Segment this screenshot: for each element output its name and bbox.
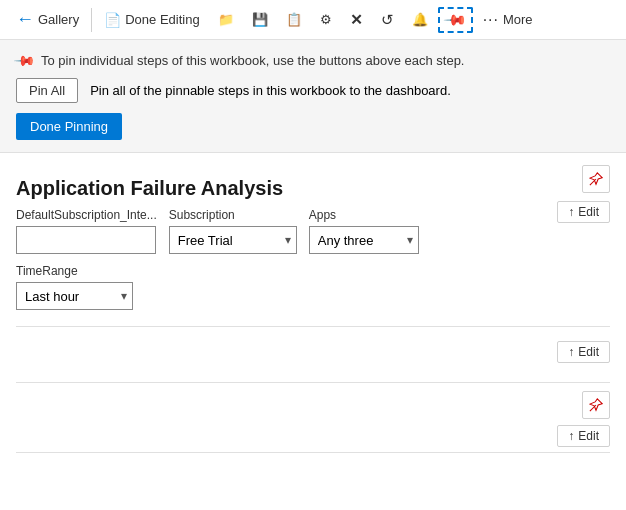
done-pinning-button[interactable]: Done Pinning <box>16 113 122 140</box>
subscription-select-wrapper: Free Trial Pay-As-You-Go Enterprise <box>169 226 297 254</box>
section-2-edit-button[interactable]: ↑ Edit <box>557 341 610 363</box>
banner-instruction-text: To pin individual steps of this workbook… <box>41 53 464 68</box>
main-content: ↑ Edit Application Failure Analysis Defa… <box>0 153 626 453</box>
default-subscription-input[interactable] <box>16 226 156 254</box>
pin-icon <box>589 172 603 186</box>
subscription-select[interactable]: Free Trial Pay-As-You-Go Enterprise <box>169 226 297 254</box>
settings-button[interactable]: ⚙ <box>312 8 340 31</box>
section-1: ↑ Edit Application Failure Analysis Defa… <box>16 153 610 327</box>
copy-icon: 📋 <box>286 12 302 27</box>
pin-banner: 📌 To pin individual steps of this workbo… <box>0 40 626 153</box>
bell-button[interactable]: 🔔 <box>404 8 436 31</box>
section-3-pin-button[interactable] <box>582 391 610 419</box>
folder-icon: 📁 <box>218 12 234 27</box>
edit-label: Edit <box>578 205 599 219</box>
copy-button[interactable]: 📋 <box>278 8 310 31</box>
pin-active-button[interactable]: 📌 <box>438 7 473 33</box>
close-icon: ✕ <box>350 11 363 29</box>
apps-group: Apps Any three Any one Any two <box>309 208 419 254</box>
more-dots-icon: ··· <box>483 11 499 29</box>
save-button[interactable]: 💾 <box>244 8 276 31</box>
timerange-select-wrapper: Last hour Last 24 hours Last 7 days <box>16 282 133 310</box>
form-row-1: DefaultSubscription_Inte... Subscription… <box>16 208 610 254</box>
section-1-edit-button[interactable]: ↑ Edit <box>557 201 610 223</box>
section-2: ↑ Edit <box>16 327 610 383</box>
edit-label-3: Edit <box>578 429 599 443</box>
save-icon: 💾 <box>252 12 268 27</box>
banner-pin-icon: 📌 <box>13 48 36 71</box>
edit-arrow-icon-2: ↑ <box>568 345 574 359</box>
banner-instruction-row: 📌 To pin individual steps of this workbo… <box>16 52 610 68</box>
banner-actions: Pin All Pin all of the pinnable steps in… <box>16 78 610 103</box>
done-editing-label: Done Editing <box>125 12 199 27</box>
pin-all-description: Pin all of the pinnable steps in this wo… <box>90 83 451 98</box>
pin-icon-3 <box>589 398 603 412</box>
subscription-group: Subscription Free Trial Pay-As-You-Go En… <box>169 208 297 254</box>
edit-arrow-icon: ↑ <box>568 205 574 219</box>
more-button[interactable]: ··· More <box>475 7 541 33</box>
apps-select-wrapper: Any three Any one Any two <box>309 226 419 254</box>
section-3: ↑ Edit <box>16 383 610 453</box>
subscription-label: Subscription <box>169 208 297 222</box>
apps-label: Apps <box>309 208 419 222</box>
close-button[interactable]: ✕ <box>342 7 371 33</box>
settings-icon: ⚙ <box>320 12 332 27</box>
gallery-label: Gallery <box>38 12 79 27</box>
more-label: More <box>503 12 533 27</box>
timerange-label: TimeRange <box>16 264 133 278</box>
refresh-icon: ↺ <box>381 11 394 29</box>
done-editing-button[interactable]: 📄 Done Editing <box>96 8 207 32</box>
timerange-select[interactable]: Last hour Last 24 hours Last 7 days <box>16 282 133 310</box>
separator-1 <box>91 8 92 32</box>
section-1-pin-button[interactable] <box>582 165 610 193</box>
timerange-group: TimeRange Last hour Last 24 hours Last 7… <box>16 264 133 310</box>
default-subscription-group: DefaultSubscription_Inte... <box>16 208 157 254</box>
edit-doc-icon: 📄 <box>104 12 121 28</box>
section-1-title: Application Failure Analysis <box>16 177 610 200</box>
apps-select[interactable]: Any three Any one Any two <box>309 226 419 254</box>
default-subscription-label: DefaultSubscription_Inte... <box>16 208 157 222</box>
pin-active-icon: 📌 <box>442 6 468 32</box>
section-3-edit-button[interactable]: ↑ Edit <box>557 425 610 447</box>
edit-arrow-icon-3: ↑ <box>568 429 574 443</box>
bell-icon: 🔔 <box>412 12 428 27</box>
edit-label-2: Edit <box>578 345 599 359</box>
back-gallery-button[interactable]: ← Gallery <box>8 5 87 34</box>
toolbar: ← Gallery 📄 Done Editing 📁 💾 📋 ⚙ ✕ ↺ 🔔 📌… <box>0 0 626 40</box>
refresh-button[interactable]: ↺ <box>373 7 402 33</box>
back-arrow-icon: ← <box>16 9 34 30</box>
folder-button[interactable]: 📁 <box>210 8 242 31</box>
pin-all-button[interactable]: Pin All <box>16 78 78 103</box>
form-row-2: TimeRange Last hour Last 24 hours Last 7… <box>16 264 610 310</box>
